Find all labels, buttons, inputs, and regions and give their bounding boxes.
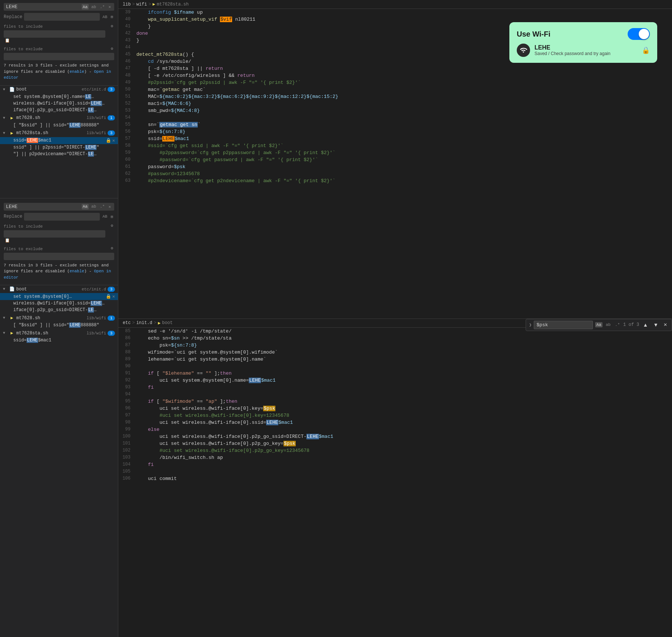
code-line-90: 90 xyxy=(118,363,672,370)
top-match-text-boot-3: iface[0].p2p_go_ssid=DIRECT-LE… xyxy=(13,108,115,113)
toggle-knob xyxy=(639,29,649,39)
top-badge-mt7628sta: 3 xyxy=(108,130,115,136)
bottom-match-boot-3[interactable]: iface[0].p2p_go_ssid=DIRECT-LE… xyxy=(0,307,118,313)
top-enable-link[interactable]: enable xyxy=(69,69,84,74)
top-files-include-book[interactable]: 📋 xyxy=(4,38,11,43)
breadcrumb-file: ▶ mt7628sta.sh xyxy=(153,1,189,7)
bottom-replace-format-btn[interactable]: AB xyxy=(101,214,108,219)
code-line-87: 87 psk=${sn:7:8} xyxy=(118,342,672,349)
wifi-network-status: Saved / Check password and try again xyxy=(534,51,637,56)
code-line-94: 94 xyxy=(118,391,672,398)
top-results-info: 7 results in 3 files - exclude settings … xyxy=(4,60,114,82)
bottom-match-text-mt7628sta-1: ssid=LEHE$mac1 xyxy=(13,338,115,343)
top-badge-mt7628: 1 xyxy=(108,115,115,120)
bottom-search-icons: Aa ab .* ✕ xyxy=(82,204,112,210)
bottom-files-include-settings[interactable]: ⚙ xyxy=(109,223,114,228)
bottom-match-mt7628sta-1[interactable]: ssid=LEHE$mac1 xyxy=(0,337,118,344)
bottom-chevron-mt7628sta: ▼ xyxy=(3,331,7,335)
code-line-105: 105 xyxy=(118,468,672,475)
close-search-btn[interactable]: ✕ xyxy=(107,4,112,10)
bottom-file-header-mt7628sta[interactable]: ▼ ▶ mt7628sta.sh lib/wifi 3 xyxy=(0,329,118,337)
code-line-100: 100 uci set wireless.@wifi-iface[0].p2p_… xyxy=(118,433,672,440)
code-line-91: 91 if [ "$lehename" == "" ];then xyxy=(118,370,672,377)
bottom-files-exclude-settings[interactable]: ⚙ xyxy=(109,245,114,251)
bottom-badge-mt7628sta: 3 xyxy=(108,331,115,336)
bottom-code-container[interactable]: 85 sed -e '/sn/d' -i /tmp/state/ 86 echo… xyxy=(118,328,672,637)
top-match-text-mt7628-1: [ "$ssid" ] || ssid="LEHE888888" xyxy=(13,123,115,128)
bottom-match-case-btn[interactable]: Aa xyxy=(82,204,89,210)
bottom-match-text-boot-2: wireless.@wifi-iface[0].ssid=LEHE… xyxy=(13,301,115,306)
top-match-mt7628-1[interactable]: [ "$ssid" ] || ssid="LEHE888888" xyxy=(0,122,118,129)
use-regex-btn[interactable]: .* xyxy=(99,4,106,10)
top-match-boot-1[interactable]: set system.@system[0].name=LE… xyxy=(0,93,118,100)
bottom-files-exclude-input[interactable] xyxy=(4,253,114,260)
code-line-96: 96 uci set wireless.@wifi-iface[0].key=$… xyxy=(118,405,672,412)
bottom-match-boot-2[interactable]: wireless.@wifi-iface[0].ssid=LEHE… xyxy=(0,300,118,307)
top-match-boot-3[interactable]: iface[0].p2p_go_ssid=DIRECT-LE… xyxy=(0,107,118,113)
find-input[interactable] xyxy=(534,321,593,329)
close-icon-1[interactable]: ✕ xyxy=(112,138,115,143)
code-line-92: 92 uci set system.@system[0].name=LEHE$m… xyxy=(118,377,672,384)
bottom-breadcrumb-etc: etc xyxy=(123,320,131,326)
code-line-57: 57 ssid=LEHE$mac1 xyxy=(118,135,672,142)
bottom-replace-preserve-btn[interactable]: ⊞ xyxy=(109,214,114,219)
top-match-text-boot-1: set system.@system[0].name=LE… xyxy=(13,94,115,99)
bottom-search-input[interactable] xyxy=(6,204,82,210)
match-case-btn[interactable]: Aa xyxy=(82,4,89,10)
top-file-name-boot: boot xyxy=(16,87,79,92)
top-replace-input[interactable] xyxy=(24,13,100,21)
top-breadcrumb: lib > wifi > ▶ mt7628sta.sh xyxy=(118,0,672,9)
bottom-files-include-book[interactable]: 📋 xyxy=(4,238,11,243)
top-file-icon-mt7628sta: ▶ xyxy=(9,130,15,136)
top-match-mt7628sta-3[interactable]: "] || p2pdevicename="DIRECT-LE… xyxy=(0,151,118,157)
wifi-signal-icon xyxy=(520,47,527,54)
find-close-btn[interactable]: ✕ xyxy=(662,321,669,328)
wifi-use-label: Use Wi-Fi xyxy=(517,30,550,38)
code-line-59: 59 #p2ppassword=`cfg get p2ppassword | a… xyxy=(118,149,672,156)
top-files-include-input[interactable] xyxy=(4,30,105,38)
find-match-word-btn[interactable]: ab xyxy=(605,322,612,327)
find-prev-btn[interactable]: ▲ xyxy=(641,321,649,328)
find-next-btn[interactable]: ▼ xyxy=(652,321,660,328)
top-search-input[interactable] xyxy=(6,4,82,10)
replace-preserve-case-btn[interactable]: ⊞ xyxy=(109,14,114,20)
top-search-row: Aa ab .* ✕ xyxy=(4,3,114,11)
bottom-match-boot-1[interactable]: set system.@system[0]… 🔒 ✕ xyxy=(0,293,118,300)
top-file-header-mt7628sta[interactable]: ▼ ▶ mt7628sta.sh lib/wifi 3 xyxy=(0,129,118,137)
top-file-path-mt7628sta: lib/wifi xyxy=(86,131,106,135)
match-word-btn[interactable]: ab xyxy=(90,4,97,10)
bottom-badge-mt7628: 1 xyxy=(108,316,115,321)
code-line-88: 88 wifimode=`uci get system.@system[0].w… xyxy=(118,349,672,356)
top-match-mt7628sta-2[interactable]: ssid" ] || p2pssid="DIRECT-LEHE" xyxy=(0,144,118,151)
find-match-case-btn[interactable]: Aa xyxy=(595,322,602,327)
bottom-match-word-btn[interactable]: ab xyxy=(90,204,97,210)
bottom-breadcrumb-sep2: > xyxy=(154,320,156,326)
bottom-file-icon-mt7628: ▶ xyxy=(9,315,15,321)
find-regex-btn[interactable]: .* xyxy=(614,322,621,327)
top-file-icon-mt7628: ▶ xyxy=(9,115,15,121)
bottom-close-icon-1[interactable]: ✕ xyxy=(112,294,115,299)
top-search-panel: Aa ab .* ✕ Replace AB ⊞ files to include… xyxy=(0,0,118,86)
bottom-match-mt7628-1[interactable]: [ "$ssid" ] || ssid="LEHE888888" xyxy=(0,322,118,328)
top-chevron-mt7628sta: ▼ xyxy=(3,131,7,135)
editor-area: lib > wifi > ▶ mt7628sta.sh Use Wi-Fi xyxy=(118,0,672,637)
top-match-mt7628sta-1[interactable]: ssid=LEHE$mac1 🔒 ✕ xyxy=(0,137,118,144)
top-match-boot-2[interactable]: wireless.@wifi-iface[0].ssid=LEHE… xyxy=(0,100,118,107)
bottom-close-search-btn[interactable]: ✕ xyxy=(107,204,112,210)
code-line-89: 89 lehename=`uci get system.@system[0].n… xyxy=(118,356,672,363)
bottom-file-header-boot[interactable]: ▼ 📄 boot etc/init.d 3 xyxy=(0,285,118,293)
bottom-use-regex-btn[interactable]: .* xyxy=(99,204,106,210)
top-files-include-settings[interactable]: ⚙ xyxy=(109,23,114,29)
top-replace-actions: AB ⊞ xyxy=(101,14,114,20)
bottom-file-header-mt7628[interactable]: ▼ ▶ mt7628.sh lib/wifi 1 xyxy=(0,314,118,322)
bottom-enable-link[interactable]: enable xyxy=(69,269,84,273)
top-files-exclude-input[interactable] xyxy=(4,53,114,60)
bottom-file-path-mt7628: lib/wifi xyxy=(86,316,106,320)
wifi-toggle[interactable] xyxy=(628,28,650,40)
top-file-header-mt7628[interactable]: ▼ ▶ mt7628.sh lib/wifi 1 xyxy=(0,114,118,122)
replace-format-btn[interactable]: AB xyxy=(101,14,108,20)
top-file-header-boot[interactable]: ▼ 📄 boot etc/init.d 3 xyxy=(0,86,118,93)
bottom-files-include-input[interactable] xyxy=(4,230,105,238)
bottom-replace-input[interactable] xyxy=(24,213,100,221)
top-files-exclude-settings[interactable]: ⚙ xyxy=(109,46,114,51)
